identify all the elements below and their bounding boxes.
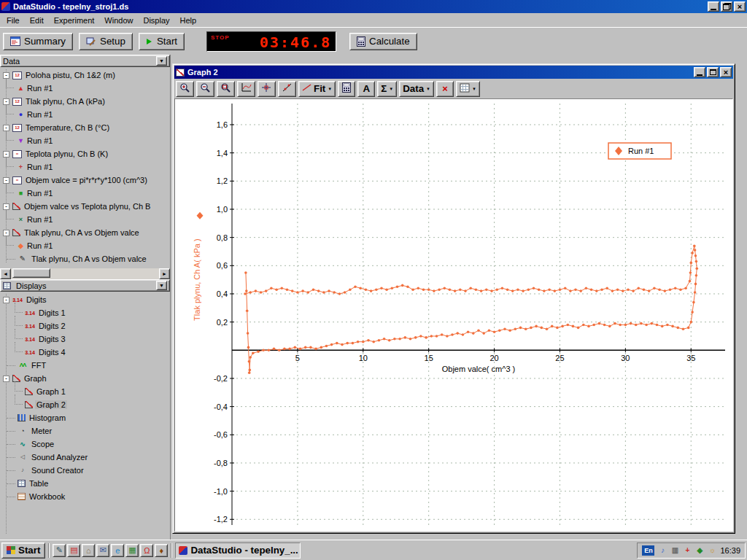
- displays-panel-dropdown-button[interactable]: ▼: [156, 281, 167, 290]
- tree-expander[interactable]: -: [3, 376, 9, 382]
- remove-button[interactable]: ×: [436, 81, 454, 97]
- displays-item-fft[interactable]: ΛΛFFT: [0, 359, 170, 372]
- data-item-tlak-plynu-ch-a-kpa[interactable]: -12Tlak plynu, Ch A (kPa): [0, 95, 170, 108]
- hscroll-left-button[interactable]: ◄: [0, 268, 11, 279]
- hscroll-thumb[interactable]: [12, 268, 50, 278]
- tree-expander[interactable]: -: [3, 177, 9, 184]
- tree-expander[interactable]: -: [3, 230, 9, 236]
- tree-expander[interactable]: -: [3, 151, 9, 158]
- taskbar-clock[interactable]: 16:39: [720, 546, 740, 555]
- graph-maximize-button[interactable]: [707, 67, 719, 77]
- smart-tool-button[interactable]: [258, 81, 276, 97]
- displays-panel-header[interactable]: Displays ▼: [0, 279, 170, 292]
- tree-expander[interactable]: -: [3, 72, 9, 79]
- zoom-select-button[interactable]: [217, 81, 235, 97]
- displays-item-sound-creator[interactable]: ♪Sound Creator: [0, 464, 170, 477]
- menu-edit[interactable]: Edit: [25, 15, 49, 26]
- quicklaunch-icon-3[interactable]: ⌂: [82, 544, 95, 557]
- menu-display[interactable]: Display: [138, 15, 174, 26]
- statistics-button[interactable]: Σ▼: [377, 81, 397, 97]
- displays-item-workbook[interactable]: Workbook: [0, 490, 170, 503]
- displays-item-digits-1[interactable]: 3.14Digits 1: [0, 306, 170, 319]
- data-menu-button[interactable]: Data▼: [399, 81, 434, 97]
- data-item-temperature-ch-b-c[interactable]: -12Temperature, Ch B (°C): [0, 121, 170, 134]
- legend[interactable]: Run #1: [608, 143, 671, 159]
- data-tree-hscrollbar[interactable]: ◄ ►: [0, 268, 170, 279]
- graph-canvas[interactable]: 1,61,41,21,00,80,60,40,2-0,2-0,4-0,6-0,8…: [175, 99, 732, 531]
- close-button[interactable]: ×: [734, 1, 746, 12]
- run-item[interactable]: +Run #1: [0, 160, 170, 174]
- calculator-button[interactable]: [338, 81, 355, 97]
- hscroll-right-button[interactable]: ►: [159, 268, 170, 279]
- run-item[interactable]: ◆Run #1: [0, 239, 170, 252]
- task-button-datastudio[interactable]: DataStudio - tepelny_...: [175, 542, 301, 559]
- data-item-objem-valce-pi-r-r-y-100-cm-3[interactable]: -=Objem valce = pi*r*r*y*100 (cm^3): [0, 174, 170, 187]
- tree-expander[interactable]: -: [3, 297, 9, 303]
- displays-item-digits-4[interactable]: 3.14Digits 4: [0, 346, 170, 359]
- run-item[interactable]: ▼Run #1: [0, 134, 170, 147]
- displays-item-graph-1[interactable]: Graph 1: [0, 385, 170, 398]
- displays-item-graph-2[interactable]: Graph 2: [0, 398, 170, 411]
- data-panel-header[interactable]: Data ▼: [0, 55, 170, 67]
- displays-item-digits[interactable]: -3.14Digits: [0, 293, 170, 306]
- tree-expander[interactable]: -: [3, 125, 9, 131]
- graph-minimize-button[interactable]: [694, 67, 705, 77]
- run-item[interactable]: ●Run #1: [0, 108, 170, 121]
- data-item-objem-valce-vs-teplota-plynu-ch-b[interactable]: -Objem valce vs Teplota plynu, Ch B: [0, 200, 170, 213]
- run-item[interactable]: ▲Run #1: [0, 82, 170, 95]
- tray-scheduler-icon[interactable]: ◈: [694, 545, 705, 556]
- plot-area[interactable]: 1,61,41,21,00,80,60,40,2-0,2-0,4-0,6-0,8…: [174, 98, 733, 532]
- slope-tool-button[interactable]: [278, 81, 296, 97]
- tray-volume-icon[interactable]: ♪: [657, 545, 667, 556]
- data-panel-dropdown-button[interactable]: ▼: [156, 56, 167, 66]
- quicklaunch-icon-5[interactable]: e: [111, 544, 124, 557]
- zoom-in-button[interactable]: [176, 81, 194, 97]
- calculate-button[interactable]: Calculate: [349, 33, 417, 50]
- displays-item-graph[interactable]: -Graph: [0, 372, 170, 385]
- menu-window[interactable]: Window: [99, 15, 138, 26]
- quicklaunch-icon-7[interactable]: Ω: [140, 544, 153, 557]
- quicklaunch-icon-1[interactable]: ✎: [53, 544, 66, 557]
- displays-item-histogram[interactable]: Histogram: [0, 411, 170, 424]
- data-item-tlak-plynu-ch-a-vs-objem-valce[interactable]: ✎Tlak plynu, Ch A vs Objem valce: [0, 252, 170, 265]
- tray-antivirus-icon[interactable]: +: [682, 545, 692, 556]
- minimize-button[interactable]: [708, 1, 719, 12]
- scale-to-fit-button[interactable]: [237, 81, 255, 97]
- run-item[interactable]: ×Run #1: [0, 213, 170, 226]
- restore-button[interactable]: [721, 1, 732, 12]
- quicklaunch-icon-4[interactable]: ✉: [96, 544, 109, 557]
- displays-item-digits-3[interactable]: 3.14Digits 3: [0, 332, 170, 346]
- run-item[interactable]: ■Run #1: [0, 187, 170, 200]
- quicklaunch-icon-2[interactable]: ▤: [67, 544, 80, 557]
- data-item-teplota-plynu-ch-b-k[interactable]: -=Teplota plynu, Ch B (K): [0, 147, 170, 160]
- tray-power-icon[interactable]: ☼: [707, 545, 717, 556]
- menu-experiment[interactable]: Experiment: [49, 15, 100, 26]
- displays-item-meter[interactable]: ◔Meter: [0, 424, 170, 438]
- start-menu-button[interactable]: Start: [1, 542, 45, 559]
- tree-expander[interactable]: -: [3, 203, 9, 210]
- graph-close-button[interactable]: ×: [720, 67, 732, 77]
- menu-file[interactable]: File: [1, 15, 25, 26]
- data-item-poloha-pistu-ch-1-2-m[interactable]: -12Poloha pistu, Ch 1&2 (m): [0, 69, 170, 82]
- displays-item-sound-analyzer[interactable]: ◁Sound Analyzer: [0, 451, 170, 464]
- tree-expander[interactable]: -: [3, 98, 9, 105]
- settings-button[interactable]: ▼: [456, 81, 480, 97]
- text-annotation-button[interactable]: A: [357, 81, 375, 97]
- hscroll-track[interactable]: [11, 268, 159, 279]
- quicklaunch-icon-6[interactable]: ▦: [125, 544, 139, 557]
- displays-item-digits-2[interactable]: 3.14Digits 2: [0, 319, 170, 332]
- zoom-out-button[interactable]: [196, 81, 214, 97]
- data-item-tlak-plynu-ch-a-vs-objem-valce[interactable]: -Tlak plynu, Ch A vs Objem valce: [0, 226, 170, 239]
- start-button[interactable]: Start: [139, 33, 185, 50]
- setup-button[interactable]: Setup: [79, 33, 133, 50]
- fit-menu-button[interactable]: Fit▼: [298, 81, 336, 97]
- displays-item-scope[interactable]: ∿Scope: [0, 438, 170, 451]
- tray-display-icon[interactable]: ▥: [670, 545, 680, 556]
- graph-window-titlebar[interactable]: Graph 2 ×: [174, 66, 733, 79]
- language-indicator[interactable]: En: [642, 545, 654, 556]
- displays-item-table[interactable]: Table: [0, 477, 170, 490]
- titlebar[interactable]: DataStudio - tepelny_stroj1.ds ×: [0, 0, 747, 13]
- quicklaunch-icon-8[interactable]: ♦: [155, 544, 168, 557]
- menu-help[interactable]: Help: [175, 15, 202, 26]
- summary-button[interactable]: Summary: [3, 33, 73, 50]
